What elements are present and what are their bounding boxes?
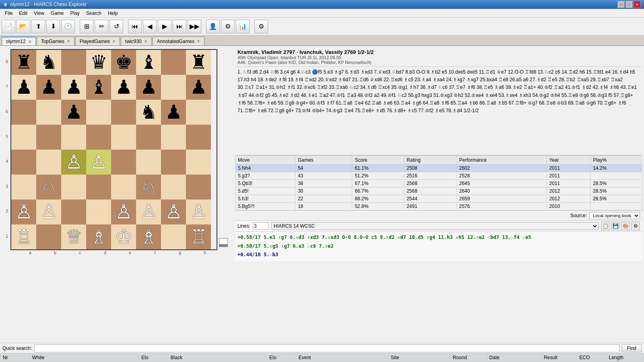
square-d6[interactable] (86, 100, 111, 125)
menu-item-help[interactable]: Help (105, 10, 121, 17)
square-h5[interactable] (186, 125, 211, 150)
square-e1[interactable]: ♔ (111, 224, 136, 249)
games-col-elo[interactable]: Elo (267, 354, 296, 362)
square-d8[interactable]: ♛ (86, 50, 111, 75)
games-col-site[interactable]: Site (388, 354, 450, 362)
opening-row[interactable]: 5.h3!2268.2%25442659201228.5% (235, 195, 642, 203)
square-b4[interactable] (36, 150, 61, 175)
square-e3[interactable] (111, 175, 136, 200)
square-g4[interactable] (161, 150, 186, 175)
open-button[interactable]: 📂 (17, 20, 30, 33)
square-f1[interactable]: ♗ (136, 224, 161, 249)
menu-item-file[interactable]: File (2, 10, 16, 17)
square-e7[interactable]: ♟ (111, 75, 136, 100)
square-a2[interactable]: ♙ (11, 200, 36, 224)
square-e6[interactable] (111, 100, 136, 125)
tab-close-icon[interactable]: ✕ (112, 39, 116, 43)
edit-button[interactable]: ✏ (95, 20, 108, 33)
games-col-length[interactable]: Length (606, 354, 644, 362)
close-button[interactable]: ✕ (634, 1, 641, 8)
board-button[interactable]: ⊞ (80, 20, 93, 33)
square-f7[interactable]: ♟ (136, 75, 161, 100)
opening-row[interactable]: 5.Qb3!3867.1%25682645201128.5% (235, 180, 642, 187)
tab-AnnotatedGames[interactable]: AnnotatedGames✕ (153, 37, 204, 45)
square-e2[interactable]: ♙ (111, 200, 136, 224)
menu-item-game[interactable]: Game (47, 10, 67, 17)
games-col-elo[interactable]: Elo (139, 354, 168, 362)
upload-button[interactable]: ⬆ (31, 20, 45, 33)
next-move-button[interactable]: ▶ (158, 20, 171, 33)
square-e5[interactable] (111, 125, 136, 150)
opening-row[interactable]: 5.Nh45461.1%25082602201114.2% (235, 165, 642, 172)
tab-close-icon[interactable]: ✕ (28, 39, 31, 44)
square-g1[interactable] (161, 224, 186, 249)
engine-copy-button[interactable]: 📋 (601, 222, 610, 230)
square-g6[interactable]: ♟ (161, 100, 186, 125)
square-f6[interactable]: ♞ (136, 100, 161, 125)
square-c4[interactable]: ♙ (61, 150, 86, 175)
square-g2[interactable]: ♙ (161, 200, 186, 224)
square-f4[interactable] (136, 150, 161, 175)
square-c5[interactable] (61, 125, 86, 150)
square-a5[interactable] (11, 125, 36, 150)
games-col-round[interactable]: Round (450, 354, 487, 362)
square-g7[interactable] (161, 75, 186, 100)
opening-table-body[interactable]: 5.Nh45461.1%25082602201114.2%5.g3?4351.2… (235, 165, 642, 210)
square-a3[interactable] (11, 175, 36, 200)
square-d1[interactable]: ♗ (86, 224, 111, 249)
square-h3[interactable] (186, 175, 211, 200)
games-col-nr[interactable]: Nr (0, 354, 30, 362)
opening-row[interactable]: 5.g3?4351.2%251625282011 (235, 172, 642, 180)
square-d2[interactable] (86, 200, 111, 224)
square-g3[interactable] (161, 175, 186, 200)
square-b7[interactable]: ♟ (36, 75, 61, 100)
source-dropdown[interactable]: Local opening book (589, 212, 640, 219)
tab-twic930[interactable]: twic930✕ (121, 37, 152, 45)
square-b5[interactable] (36, 125, 61, 150)
square-a4[interactable] (11, 150, 36, 175)
square-f8[interactable]: ♝ (136, 50, 161, 75)
square-f3[interactable]: ♘ (136, 175, 161, 200)
tab-close-icon[interactable]: ✕ (67, 39, 70, 43)
flip-button[interactable]: ↺ (109, 20, 123, 33)
settings-button[interactable]: ⚙ (254, 20, 268, 33)
menu-item-play[interactable]: Play (67, 10, 83, 17)
minimize-button[interactable]: ─ (617, 1, 625, 8)
tab-close-icon[interactable]: ✕ (197, 39, 200, 43)
square-a6[interactable] (11, 100, 36, 125)
square-a7[interactable]: ♟ (11, 75, 36, 100)
square-d5[interactable] (86, 125, 111, 150)
games-col-black[interactable]: Black (168, 354, 266, 362)
square-h6[interactable] (186, 100, 211, 125)
new-button[interactable]: 📄 (2, 20, 15, 33)
engine-button[interactable]: ⚙ (221, 20, 235, 33)
opening-row[interactable]: 5.Bg5?!1852.8%249125762010 (235, 203, 642, 210)
last-move-button[interactable]: ⏭ (173, 20, 186, 33)
analysis-button[interactable]: 📊 (236, 20, 250, 33)
menu-item-search[interactable]: Search (83, 10, 105, 17)
square-e8[interactable]: ♚ (111, 50, 136, 75)
games-col-eco[interactable]: ECO (577, 354, 606, 362)
square-c8[interactable] (61, 50, 86, 75)
square-c1[interactable]: ♕ (61, 224, 86, 249)
player-button[interactable]: 👤 (206, 20, 220, 33)
square-h7[interactable]: ♟ (186, 75, 211, 100)
square-h8[interactable]: ♜ (186, 50, 211, 75)
square-h4[interactable] (186, 150, 211, 175)
games-col-result[interactable]: Result (541, 354, 576, 362)
games-col-event[interactable]: Event (296, 354, 388, 362)
square-h1[interactable]: ♖ (186, 224, 211, 249)
prev-move-button[interactable]: ◀ (143, 20, 157, 33)
tab-olymm12[interactable]: olymm12✕ (2, 37, 36, 45)
engine-config-button[interactable]: ⚙ (631, 222, 640, 230)
maximize-button[interactable]: □ (625, 1, 633, 8)
square-f2[interactable]: ♙ (136, 200, 161, 224)
square-a1[interactable]: ♖ (11, 224, 36, 249)
square-g5[interactable] (161, 125, 186, 150)
first-move-button[interactable]: ⏮ (128, 20, 142, 33)
square-f5[interactable] (136, 125, 161, 150)
square-h2[interactable]: ♙ (186, 200, 211, 224)
engine-color-button[interactable]: 🎨 (621, 222, 630, 230)
square-a8[interactable]: ♜ (11, 50, 36, 75)
games-table-area[interactable]: NrWhiteEloBlackEloEventSiteRoundDateResu… (0, 353, 644, 362)
